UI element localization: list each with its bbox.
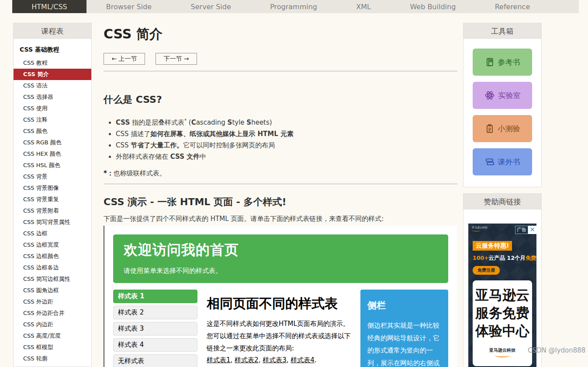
sidebar-item[interactable]: CSS 注释 <box>14 114 91 126</box>
demo-stylesheet-menu: 样式表 1样式表 2样式表 3样式表 4无样式表 <box>113 290 197 367</box>
bullet-item: CSS 节省了大量工作。它可以同时控制多张网页的布局 <box>116 140 457 151</box>
sidebar-item[interactable]: CSS 语法 <box>14 80 91 91</box>
sidebar-item[interactable]: CSS 颜色 <box>14 126 91 137</box>
nav-item-browser-side[interactable]: Browser Side <box>106 3 152 11</box>
nav-item-web-building[interactable]: Web Building <box>410 3 456 11</box>
css-demo-heading: CSS 演示 - 一张 HTML 页面 - 多个样式! <box>104 196 457 209</box>
sidebar-item[interactable]: CSS 轮廓 <box>14 353 91 364</box>
atom-icon <box>484 90 495 101</box>
nav-item-reference[interactable]: Reference <box>495 3 530 11</box>
demo-intro-text: 下面是一张提供了四个不同样式表的 HTML 页面。请单击下面的样式表链接，来查看… <box>104 215 457 223</box>
csdn-watermark: CSDN @lydon888 <box>528 346 585 354</box>
divider <box>104 71 457 71</box>
css-facts-list: CSS 指的是层叠样式表* (Cascading Style Sheets)CS… <box>104 115 457 162</box>
divider <box>104 184 457 184</box>
ad-label: 广告 <box>515 226 528 234</box>
ad-card-brand: 亚马逊云科技 <box>473 347 532 357</box>
course-list: CSS 教程CSS 简介CSS 语法CSS 选择器CSS 使用CSS 注释CSS… <box>14 57 91 364</box>
sidebar-item[interactable]: CSS 背景重复 <box>14 194 91 205</box>
ad-signup-button[interactable]: 免费注册 <box>473 266 500 275</box>
demo-content-heading: 相同页面不同的样式表 <box>207 295 351 313</box>
nav-item-server-side[interactable]: Server Side <box>191 3 231 11</box>
sidebar-item[interactable]: CSS HEX 颜色 <box>14 148 91 160</box>
main-content: CSS 简介 ← 上一节 下一节 → 什么是 CSS? CSS 指的是层叠样式表… <box>98 13 457 367</box>
toolbox-buttons: 参考书实验室小测验课外书 <box>463 39 541 187</box>
sidebar-item[interactable]: CSS HSL 颜色 <box>14 160 91 171</box>
sidebar-item[interactable]: CSS 背景 <box>14 171 91 182</box>
demo-menu-item[interactable]: 样式表 1 <box>113 290 197 303</box>
ad-card-line: 亚马逊云 <box>473 286 532 304</box>
sidebar-item[interactable]: CSS 简写背景属性 <box>14 217 91 228</box>
sidebar-item[interactable]: CSS 使用 <box>14 103 91 114</box>
nav-items: Browser SideServer SideProgrammingXMLWeb… <box>86 0 550 13</box>
what-is-css-heading: 什么是 CSS? <box>104 93 457 106</box>
demo-menu-item[interactable]: 样式表 4 <box>113 338 197 352</box>
demo-menu-item[interactable]: 样式表 2 <box>113 306 197 319</box>
demo-style-link[interactable]: 样式表4 <box>291 356 315 364</box>
sidebar-item[interactable]: CSS 框模型 <box>14 342 91 353</box>
arrow-left-icon: ← <box>111 55 117 62</box>
sponsor-header: 赞助商链接 <box>463 194 541 210</box>
ad-card-line: 体验中心 <box>473 322 532 340</box>
books-icon <box>485 157 495 167</box>
demo-menu-item[interactable]: 样式表 3 <box>113 322 197 336</box>
sidebar-item[interactable]: CSS 外边距合并 <box>14 308 91 319</box>
quiz-button[interactable]: 小测验 <box>473 115 532 142</box>
amazon-smile-icon <box>472 229 481 231</box>
demo-banner-subtitle: 请使用菜单来选择不同的样式表。 <box>124 267 438 275</box>
page-title: CSS 简介 <box>104 25 457 43</box>
extracurricular-books-button[interactable]: 课外书 <box>473 148 532 175</box>
sidebar-item[interactable]: CSS 简写边框属性 <box>14 273 91 285</box>
nav-item-xml[interactable]: XML <box>356 3 371 11</box>
arrow-right-icon: → <box>184 55 189 62</box>
sponsor-panel: 赞助商链接 亚马逊云科技 广告 ✕ 云服务特惠! 100+云产品 12个月免费 … <box>463 193 542 367</box>
css-demo-frame: 欢迎访问我的首页 请使用菜单来选择不同的样式表。 样式表 1样式表 2样式表 3… <box>104 226 457 367</box>
nav-item-programming[interactable]: Programming <box>270 3 317 11</box>
sidebar-item[interactable]: CSS 背景图像 <box>14 182 91 194</box>
demo-content-text: 这是不同样式表如何更改HTML页面布局的演示。您可以通过在菜单中选择不同的样式表… <box>207 320 351 352</box>
sidebar-item[interactable]: CSS 教程 <box>14 57 91 69</box>
book-icon <box>485 57 495 67</box>
clipboard-icon <box>485 124 495 133</box>
toolbox-panel: 工具箱 参考书实验室小测验课外书 <box>463 23 542 187</box>
section-nav-buttons: ← 上一节 下一节 → <box>104 53 457 65</box>
sidebar-item[interactable]: CSS 内边距 <box>14 319 91 330</box>
sidebar-item[interactable]: CSS 边框各边 <box>14 262 91 273</box>
demo-content: 相同页面不同的样式表 这是不同样式表如何更改HTML页面布局的演示。您可以通过在… <box>207 290 351 367</box>
sidebar-item[interactable]: CSS 边框颜色 <box>14 251 91 262</box>
bullet-item: 外部样式表存储在 CSS 文件中 <box>116 151 457 162</box>
sidebar-item[interactable]: CSS 圆角边框 <box>14 285 91 296</box>
demo-menu-item[interactable]: 无样式表 <box>113 354 197 367</box>
sidebar-item[interactable]: CSS 高度/宽度 <box>14 330 91 342</box>
laboratory-button[interactable]: 实验室 <box>473 82 532 109</box>
left-sidebar: 课程表 CSS 基础教程 CSS 教程CSS 简介CSS 语法CSS 选择器CS… <box>13 23 92 367</box>
sidebar-item[interactable]: CSS 外边距 <box>14 296 91 308</box>
sidebar-item[interactable]: CSS 选择器 <box>14 91 91 103</box>
demo-style-link[interactable]: 样式表1 <box>207 356 231 364</box>
course-section-title: CSS 基础教程 <box>14 39 91 57</box>
ad-close-button[interactable]: ✕ <box>528 226 536 234</box>
aws-logo: 亚马逊云科技 <box>472 226 488 231</box>
bullet-item: CSS 描述了如何在屏幕、纸张或其他媒体上显示 HTML 元素 <box>116 128 457 140</box>
sidebar-item[interactable]: CSS 边框 <box>14 228 91 239</box>
ad-container: 亚马逊云科技 广告 ✕ 云服务特惠! 100+云产品 12个月免费 免费注册 亚… <box>463 210 541 367</box>
nav-tab-html-css[interactable]: HTML/CSS <box>12 0 86 13</box>
reference-book-button[interactable]: 参考书 <box>473 49 532 76</box>
sidebar-item[interactable]: CSS 边框宽度 <box>14 239 91 251</box>
sidebar-item[interactable]: CSS 背景附着 <box>14 205 91 217</box>
bullet-item: CSS 指的是层叠样式表* (Cascading Style Sheets) <box>116 115 457 128</box>
sidebar-item[interactable]: CSS RGB 颜色 <box>14 137 91 148</box>
sidebar-item-active[interactable]: CSS 简介 <box>14 69 91 80</box>
demo-style-link[interactable]: 样式表3 <box>263 356 287 364</box>
ad-promo-badge: 云服务特惠! <box>473 241 512 251</box>
ad-card-line: 服务免费 <box>473 304 532 322</box>
demo-style-link[interactable]: 样式表2 <box>235 356 259 364</box>
demo-sidebar-text: 侧边栏其实就是一种比较经典的网站导航设计，它的形式通常为竖向的一列，展示在网站的… <box>367 319 441 367</box>
prev-section-button[interactable]: ← 上一节 <box>104 53 145 65</box>
amazon-smile-icon <box>495 354 510 357</box>
demo-banner: 欢迎访问我的首页 请使用菜单来选择不同的样式表。 <box>113 234 448 283</box>
demo-sidebar: 侧栏 侧边栏其实就是一种比较经典的网站导航设计，它的形式通常为竖向的一列，展示在… <box>360 290 448 367</box>
demo-sidebar-heading: 侧栏 <box>367 299 441 311</box>
next-section-button[interactable]: 下一节 → <box>156 53 197 65</box>
aws-ad-banner[interactable]: 亚马逊云科技 广告 ✕ 云服务特惠! 100+云产品 12个月免费 免费注册 亚… <box>468 224 536 367</box>
